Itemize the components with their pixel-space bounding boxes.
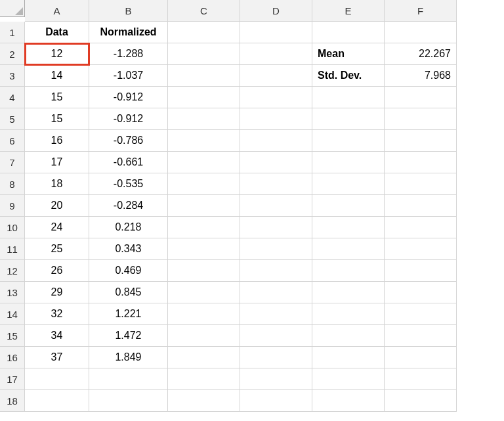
cell[interactable] — [312, 173, 385, 195]
cell-D2[interactable] — [240, 43, 312, 65]
cell[interactable] — [240, 173, 312, 195]
cell[interactable] — [385, 238, 457, 260]
cell[interactable] — [240, 390, 312, 412]
cell-B4[interactable]: -0.912 — [89, 87, 168, 108]
cell[interactable] — [168, 130, 240, 152]
cell[interactable] — [385, 260, 457, 282]
row-header[interactable]: 4 — [0, 87, 25, 108]
cell[interactable] — [312, 325, 385, 347]
cell[interactable] — [240, 325, 312, 347]
cell[interactable] — [168, 282, 240, 303]
cell[interactable] — [240, 282, 312, 303]
cell-D1[interactable] — [240, 22, 312, 43]
cell-B13[interactable]: 0.845 — [89, 282, 168, 303]
row-header[interactable]: 18 — [0, 390, 25, 412]
cell-A10[interactable]: 24 — [25, 217, 89, 238]
cell[interactable] — [168, 325, 240, 347]
cell[interactable] — [312, 217, 385, 238]
cell-A12[interactable]: 26 — [25, 260, 89, 282]
cell[interactable] — [240, 108, 312, 130]
cell-A11[interactable]: 25 — [25, 238, 89, 260]
cell[interactable] — [385, 195, 457, 217]
col-header-C[interactable]: C — [168, 0, 240, 22]
cell-B2[interactable]: -1.288 — [89, 43, 168, 65]
cell[interactable] — [168, 195, 240, 217]
cell[interactable] — [168, 108, 240, 130]
cell[interactable] — [312, 347, 385, 368]
cell-A6[interactable]: 16 — [25, 130, 89, 152]
cell[interactable] — [385, 368, 457, 390]
cell[interactable] — [240, 152, 312, 173]
cell-B15[interactable]: 1.472 — [89, 325, 168, 347]
cell-B8[interactable]: -0.535 — [89, 173, 168, 195]
cell[interactable] — [312, 390, 385, 412]
cell[interactable] — [240, 238, 312, 260]
cell[interactable] — [312, 108, 385, 130]
select-all-corner[interactable] — [0, 0, 25, 17]
row-header[interactable]: 10 — [0, 217, 25, 238]
cell-A1[interactable]: Data — [25, 22, 89, 43]
cell[interactable] — [385, 108, 457, 130]
cell-A9[interactable]: 20 — [25, 195, 89, 217]
cell[interactable] — [168, 347, 240, 368]
col-header-E[interactable]: E — [312, 0, 385, 22]
cell[interactable] — [385, 152, 457, 173]
cell-A8[interactable]: 18 — [25, 173, 89, 195]
cell[interactable] — [240, 87, 312, 108]
cell[interactable] — [89, 368, 168, 390]
cell[interactable] — [168, 87, 240, 108]
cell[interactable] — [385, 347, 457, 368]
cell[interactable] — [312, 368, 385, 390]
cell-B5[interactable]: -0.912 — [89, 108, 168, 130]
cell[interactable] — [312, 303, 385, 325]
cell-A15[interactable]: 34 — [25, 325, 89, 347]
cell-B1[interactable]: Normalized — [89, 22, 168, 43]
cell[interactable] — [240, 217, 312, 238]
cell-A4[interactable]: 15 — [25, 87, 89, 108]
cell-A7[interactable]: 17 — [25, 152, 89, 173]
cell[interactable] — [240, 260, 312, 282]
cell[interactable] — [168, 303, 240, 325]
cell-B14[interactable]: 1.221 — [89, 303, 168, 325]
cell[interactable] — [25, 368, 89, 390]
row-header[interactable]: 3 — [0, 65, 25, 87]
cell[interactable] — [312, 130, 385, 152]
cell-F1[interactable] — [385, 22, 457, 43]
cell-B3[interactable]: -1.037 — [89, 65, 168, 87]
cell-B9[interactable]: -0.284 — [89, 195, 168, 217]
cell-A2[interactable]: 12 — [25, 43, 89, 65]
row-header[interactable]: 2 — [0, 43, 25, 65]
cell-A5[interactable]: 15 — [25, 108, 89, 130]
cell[interactable] — [385, 282, 457, 303]
cell-D3[interactable] — [240, 65, 312, 87]
cell[interactable] — [168, 217, 240, 238]
cell-B11[interactable]: 0.343 — [89, 238, 168, 260]
row-header[interactable]: 12 — [0, 260, 25, 282]
cell-C2[interactable] — [168, 43, 240, 65]
cell[interactable] — [385, 173, 457, 195]
cell[interactable] — [89, 390, 168, 412]
cell-A14[interactable]: 32 — [25, 303, 89, 325]
cell-B16[interactable]: 1.849 — [89, 347, 168, 368]
cell[interactable] — [312, 282, 385, 303]
cell[interactable] — [385, 303, 457, 325]
cell-B12[interactable]: 0.469 — [89, 260, 168, 282]
col-header-D[interactable]: D — [240, 0, 312, 22]
col-header-B[interactable]: B — [89, 0, 168, 22]
cell-E3[interactable]: Std. Dev. — [312, 65, 385, 87]
cell[interactable] — [385, 130, 457, 152]
cell-B6[interactable]: -0.786 — [89, 130, 168, 152]
row-header[interactable]: 5 — [0, 108, 25, 130]
cell[interactable] — [385, 325, 457, 347]
cell[interactable] — [240, 195, 312, 217]
cell[interactable] — [385, 217, 457, 238]
cell[interactable] — [240, 368, 312, 390]
cell[interactable] — [168, 368, 240, 390]
cell-A3[interactable]: 14 — [25, 65, 89, 87]
cell-C3[interactable] — [168, 65, 240, 87]
col-header-F[interactable]: F — [385, 0, 457, 22]
cell[interactable] — [240, 303, 312, 325]
cell-B10[interactable]: 0.218 — [89, 217, 168, 238]
row-header[interactable]: 8 — [0, 173, 25, 195]
row-header[interactable]: 13 — [0, 282, 25, 303]
